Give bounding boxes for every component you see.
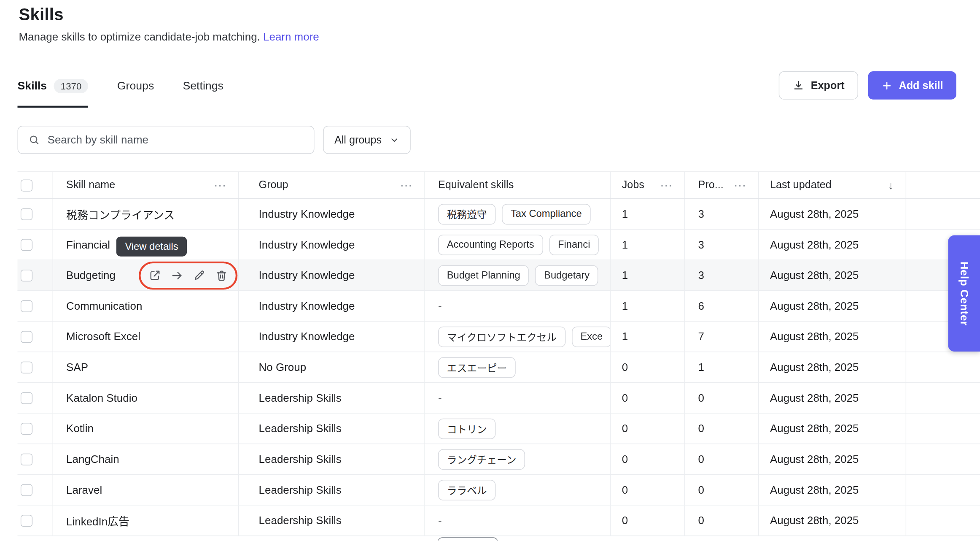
skill-name: LangChain — [66, 452, 119, 465]
row-checkbox[interactable] — [21, 453, 32, 465]
equivalent-skill-chip: マイクロソフトエクセル — [438, 326, 565, 347]
table-row[interactable]: LinkedIn広告 View details Leadership Sk — [17, 506, 980, 536]
proficiency-count: 0 — [698, 422, 704, 435]
table-row[interactable]: LangChain View details Leadership Ski — [17, 444, 980, 475]
jobs-count: 1 — [622, 269, 628, 282]
table-row[interactable]: Microsoft Excel View details Industry — [17, 322, 980, 352]
row-select-cell — [17, 199, 53, 229]
export-button[interactable]: Export — [779, 71, 858, 100]
tab-groups-label: Groups — [117, 79, 154, 92]
view-details-icon[interactable] — [148, 269, 161, 282]
row-actions: View details — [139, 262, 237, 290]
last-updated-cell: August 28th, 2025 — [759, 352, 906, 382]
equivalent-skills-cell: - — [425, 291, 611, 321]
row-checkbox[interactable] — [21, 269, 32, 281]
jobs-cell: 0 — [611, 506, 685, 536]
open-arrow-icon[interactable] — [170, 269, 183, 282]
jobs-cell: 0 — [611, 383, 685, 413]
last-updated: August 28th, 2025 — [770, 483, 859, 496]
last-updated-cell: August 28th, 2025 — [759, 444, 906, 474]
skills-count-badge: 1370 — [54, 79, 89, 93]
column-label: Jobs — [622, 179, 644, 192]
skill-name: Microsoft Excel — [66, 330, 140, 343]
group-filter-value: All groups — [334, 134, 382, 146]
table-row[interactable]: 税務コンプライアンス View details Industry Know — [17, 199, 980, 230]
equivalent-skills-cell: エスエーピー — [425, 352, 611, 382]
skill-name: Budgeting — [66, 269, 116, 282]
jobs-cell: 0 — [611, 444, 685, 474]
skill-name: SAP — [66, 361, 88, 374]
row-checkbox[interactable] — [21, 392, 32, 404]
column-header-jobs: Jobs ⋯ — [611, 172, 685, 198]
column-label: Last updated — [770, 179, 832, 192]
table-row[interactable]: Kotlin View details Leadership Skills — [17, 414, 980, 444]
group-cell: Leadership Skills — [239, 444, 425, 474]
delete-trash-icon[interactable] — [215, 269, 228, 282]
jobs-cell: 1 — [611, 260, 685, 290]
row-select-cell — [17, 322, 53, 352]
row-checkbox[interactable] — [21, 422, 32, 434]
add-skill-button[interactable]: Add skill — [868, 71, 956, 100]
table-row[interactable]: Communication View details Industry K — [17, 291, 980, 322]
row-checkbox[interactable] — [21, 361, 32, 373]
equivalent-skills-cell: Accounting ReportsFinanci — [425, 230, 611, 260]
last-updated-cell: August 28th, 2025 — [759, 230, 906, 260]
column-menu-icon[interactable]: ⋯ — [734, 179, 746, 192]
skill-cell: Kotlin View details — [53, 414, 239, 444]
equivalent-skill-chip: Accounting Reports — [438, 234, 543, 255]
select-all-cell — [17, 172, 53, 198]
last-updated-cell: August 28th, 2025 — [759, 383, 906, 413]
group-name: Industry Knowledge — [259, 238, 355, 251]
group-cell: Industry Knowledge — [239, 291, 425, 321]
row-checkbox[interactable] — [21, 239, 32, 251]
last-updated: August 28th, 2025 — [770, 330, 859, 343]
column-menu-icon[interactable]: ⋯ — [660, 179, 673, 192]
search-input[interactable] — [17, 126, 314, 154]
row-checkbox[interactable] — [21, 300, 32, 312]
group-filter-dropdown[interactable]: All groups — [323, 126, 410, 154]
table-row[interactable]: Budgeting View details Industry Knowl — [17, 260, 980, 291]
plus-icon — [881, 80, 893, 91]
group-cell: Leadership Skills — [239, 414, 425, 444]
skill-cell: Laravel View details — [53, 475, 239, 505]
skill-name: Communication — [66, 299, 142, 312]
last-updated-cell: August 28th, 2025 — [759, 199, 906, 229]
column-menu-icon[interactable]: ⋯ — [214, 179, 226, 192]
group-name: Industry Knowledge — [259, 299, 355, 312]
group-cell: Leadership Skills — [239, 475, 425, 505]
equivalent-skills-cell: ラングチェーン — [425, 444, 611, 474]
proficiency-cell: 0 — [685, 444, 759, 474]
tab-skills[interactable]: Skills 1370 — [17, 79, 88, 108]
row-checkbox[interactable] — [21, 484, 32, 496]
learn-more-link[interactable]: Learn more — [263, 31, 319, 43]
edit-pencil-icon[interactable] — [193, 269, 206, 282]
column-header-group: Group ⋯ — [239, 172, 425, 198]
sort-descending-icon[interactable]: ↓ — [888, 179, 894, 192]
row-checkbox[interactable] — [21, 514, 32, 526]
jobs-count: 1 — [622, 330, 628, 343]
row-select-cell — [17, 260, 53, 290]
help-center-tab[interactable]: Help Center — [948, 235, 980, 352]
column-menu-icon[interactable]: ⋯ — [400, 179, 413, 192]
tab-bar: Skills 1370 Groups Settings — [17, 79, 223, 108]
jobs-cell: 0 — [611, 414, 685, 444]
proficiency-cell: 6 — [685, 291, 759, 321]
select-all-checkbox[interactable] — [21, 179, 32, 191]
table-row[interactable]: SAP View details No Group エス — [17, 352, 980, 383]
row-checkbox[interactable] — [21, 330, 32, 342]
partial-next-row — [17, 536, 980, 540]
jobs-count: 1 — [622, 207, 628, 220]
column-label: Pro... — [698, 179, 724, 192]
proficiency-cell: 3 — [685, 230, 759, 260]
tab-settings[interactable]: Settings — [183, 79, 223, 108]
group-name: Industry Knowledge — [259, 269, 355, 282]
last-updated: August 28th, 2025 — [770, 238, 859, 251]
proficiency-cell: 3 — [685, 260, 759, 290]
table-row[interactable]: Katalon Studio View details Leadershi — [17, 383, 980, 414]
tab-groups[interactable]: Groups — [117, 79, 154, 108]
proficiency-cell: 0 — [685, 383, 759, 413]
table-row[interactable]: Laravel View details Leadership Skill — [17, 475, 980, 506]
last-updated: August 28th, 2025 — [770, 391, 859, 404]
row-checkbox[interactable] — [21, 208, 32, 220]
skill-cell: Budgeting View details — [53, 260, 239, 290]
